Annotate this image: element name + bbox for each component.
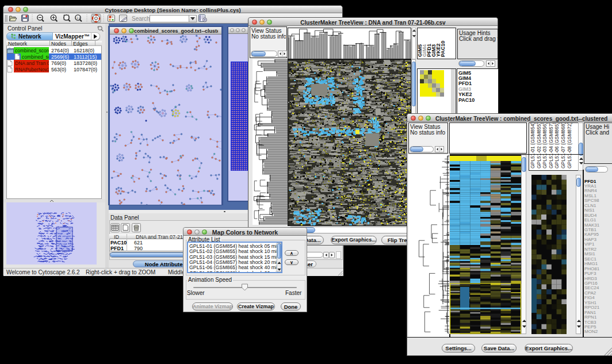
svg-text:GPL51-08 (GSM872): GPL51-08 (GSM872) bbox=[567, 123, 572, 168]
svg-text:1:1: 1:1 bbox=[76, 17, 81, 20]
svg-text:GPL51-03 (GSM856): GPL51-03 (GSM856) bbox=[542, 123, 548, 168]
svg-text:GPL51-04 (GSM857): GPL51-04 (GSM857) bbox=[548, 123, 554, 168]
svg-text:PAC10: PAC10 bbox=[440, 41, 446, 57]
svg-text:GPL51-07 (GSM868): GPL51-07 (GSM868) bbox=[560, 123, 566, 168]
svg-text:GPL51-02 (GSM855): GPL51-02 (GSM855) bbox=[536, 123, 542, 168]
svg-text:GPL51-06 (GSM865): GPL51-06 (GSM865) bbox=[554, 123, 560, 168]
svg-text:GPL51-01 (GSM854): GPL51-01 (GSM854) bbox=[530, 123, 536, 168]
